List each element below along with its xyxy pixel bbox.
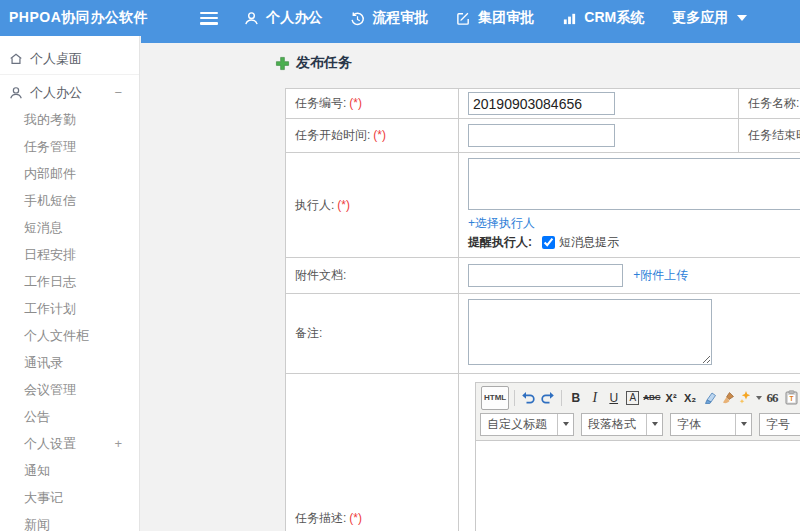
- sidebar-item-work-plan[interactable]: 工作计划: [0, 295, 139, 322]
- sidebar-item-work-log[interactable]: 工作日志: [0, 268, 139, 295]
- sidebar-item-label: 日程安排: [24, 247, 76, 262]
- task-number-input[interactable]: [468, 92, 615, 115]
- sidebar-item-my-attendance[interactable]: 我的考勤: [0, 106, 139, 133]
- caret-down-icon: [735, 414, 751, 435]
- sidebar-item-notice[interactable]: 通知: [0, 457, 139, 484]
- expand-icon[interactable]: +: [114, 430, 122, 457]
- choose-executor-link[interactable]: +选择执行人: [468, 216, 535, 230]
- process-icon: [350, 11, 365, 26]
- caret-down-icon: [646, 414, 662, 435]
- sidebar-item-label: 会议管理: [24, 382, 76, 397]
- content-top-accent: [141, 36, 800, 43]
- sidebar-item-mobile-sms[interactable]: 手机短信: [0, 187, 139, 214]
- menu-toggle-icon[interactable]: [200, 12, 218, 25]
- format-brush-button[interactable]: [720, 388, 737, 408]
- start-time-input[interactable]: [468, 124, 615, 147]
- sidebar-item-label: 个人文件柜: [24, 328, 89, 343]
- html-source-button[interactable]: HTML: [481, 386, 509, 410]
- redo-button[interactable]: [539, 388, 556, 408]
- sidebar-item-file-cabinet[interactable]: 个人文件柜: [0, 322, 139, 349]
- caret-down-icon: [557, 414, 573, 435]
- paragraph-format-dropdown[interactable]: 段落格式: [581, 413, 663, 436]
- sidebar-item-task-management[interactable]: 任务管理: [0, 133, 139, 160]
- quick-format-button[interactable]: [739, 388, 762, 408]
- brush-icon: [721, 391, 735, 405]
- blockquote-button[interactable]: 66: [764, 388, 781, 408]
- font-size-dropdown[interactable]: 字号: [759, 413, 800, 436]
- app-logo[interactable]: PHPOA协同办公软件: [0, 9, 148, 27]
- nav-process-approval[interactable]: 流程审批: [350, 9, 428, 27]
- sidebar-item-label: 手机短信: [24, 193, 76, 208]
- sidebar-item-big-events[interactable]: 大事记: [0, 484, 139, 511]
- bold-button[interactable]: B: [567, 388, 584, 408]
- sidebar-item-meeting-management[interactable]: 会议管理: [0, 376, 139, 403]
- bar-chart-icon: [562, 11, 577, 26]
- strikethrough-button[interactable]: ABC: [643, 388, 660, 408]
- nav-group-approval[interactable]: 集团审批: [456, 9, 534, 27]
- sidebar-item-personal-settings[interactable]: 个人设置 +: [0, 430, 139, 457]
- italic-button[interactable]: I: [586, 388, 603, 408]
- attachment-input[interactable]: [468, 264, 623, 287]
- rich-text-editor: HTML B I U A ABC X² X₂: [475, 382, 800, 531]
- font-family-dropdown[interactable]: 字体: [670, 413, 752, 436]
- subscript-button[interactable]: X₂: [682, 388, 699, 408]
- nav-crm-system[interactable]: CRM系统: [562, 9, 644, 27]
- sidebar: 个人桌面 个人办公 − 我的考勤 任务管理 内部邮件 手机短信 短消息 日程安排…: [0, 36, 140, 531]
- publish-task-form: 任务编号:(*) 任务名称:(*) 任务开始时间:(*) 任务结束时间:(*): [285, 88, 800, 531]
- collapse-icon[interactable]: −: [114, 79, 122, 106]
- undo-icon: [521, 391, 536, 405]
- sidebar-item-label: 短消息: [24, 220, 63, 235]
- sidebar-item-label: 工作计划: [24, 301, 76, 316]
- underline-button[interactable]: U: [605, 388, 622, 408]
- sidebar-item-short-message[interactable]: 短消息: [0, 214, 139, 241]
- undo-button[interactable]: [520, 388, 537, 408]
- required-mark: (*): [349, 511, 362, 525]
- sidebar-item-label: 通讯录: [24, 355, 63, 370]
- executor-label: 执行人:(*): [286, 153, 459, 258]
- caret-down-icon: [737, 15, 747, 21]
- sidebar-item-label: 公告: [24, 409, 50, 424]
- caret-down-icon: [756, 396, 762, 400]
- sidebar-item-label: 通知: [24, 463, 50, 478]
- top-navbar: PHPOA协同办公软件 个人办公 流程审批 集团审批 CRM系统 更多应用: [0, 0, 800, 36]
- sidebar-item-label: 我的考勤: [24, 112, 76, 127]
- nav-personal-office[interactable]: 个人办公: [244, 9, 322, 27]
- redo-icon: [540, 391, 555, 405]
- executor-textarea[interactable]: [468, 158, 800, 210]
- sms-remind-checkbox[interactable]: [542, 236, 555, 249]
- nav-more-apps[interactable]: 更多应用: [672, 9, 747, 27]
- magic-wand-icon: [739, 391, 753, 405]
- remind-executor-label: 提醒执行人:: [468, 234, 532, 251]
- sidebar-item-personal-office[interactable]: 个人办公 −: [0, 79, 139, 106]
- eraser-icon: [702, 391, 717, 404]
- sidebar-item-contacts[interactable]: 通讯录: [0, 349, 139, 376]
- required-mark: (*): [349, 96, 362, 110]
- task-number-label: 任务编号:(*): [286, 89, 459, 119]
- custom-heading-dropdown[interactable]: 自定义标题: [480, 413, 574, 436]
- sidebar-item-label: 内部邮件: [24, 166, 76, 181]
- superscript-button[interactable]: X²: [663, 388, 680, 408]
- edit-icon: [456, 11, 471, 26]
- sidebar-item-news[interactable]: 新闻: [0, 511, 139, 531]
- sidebar-item-announcement[interactable]: 公告: [0, 403, 139, 430]
- sidebar-item-schedule[interactable]: 日程安排: [0, 241, 139, 268]
- sidebar-item-label: 工作日志: [24, 274, 76, 289]
- editor-content-area[interactable]: [476, 440, 800, 531]
- font-style-button[interactable]: A: [624, 388, 641, 408]
- editor-toolbar-row1: HTML B I U A ABC X² X₂: [476, 383, 800, 413]
- clipboard-icon: T: [785, 390, 798, 405]
- paste-text-button[interactable]: T: [783, 388, 800, 408]
- sidebar-item-internal-mail[interactable]: 内部邮件: [0, 160, 139, 187]
- attachment-upload-link[interactable]: +附件上传: [633, 268, 688, 282]
- toolbar-separator: [561, 390, 562, 406]
- toolbar-separator: [514, 390, 515, 406]
- task-description-label: 任务描述:(*): [286, 374, 459, 531]
- remark-textarea[interactable]: [468, 299, 712, 365]
- attachment-label: 附件文档:: [286, 258, 459, 294]
- page-title-text: 发布任务: [296, 54, 352, 72]
- sidebar-item-desktop[interactable]: 个人桌面: [0, 44, 139, 75]
- top-nav-menu: 个人办公 流程审批 集团审批 CRM系统 更多应用: [244, 9, 775, 27]
- required-mark: (*): [373, 128, 386, 142]
- sidebar-item-label: 个人设置: [24, 436, 76, 451]
- remove-format-button[interactable]: [701, 388, 718, 408]
